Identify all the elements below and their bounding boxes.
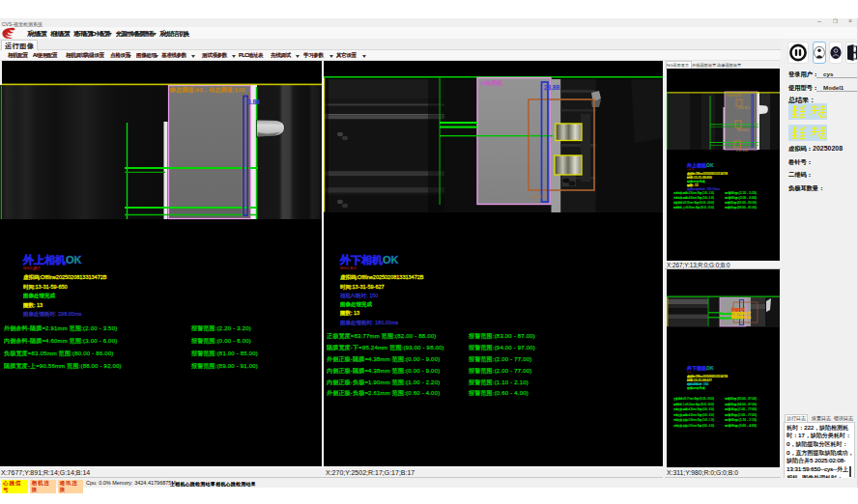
- svg-text:NG光源: NG光源: [687, 167, 694, 171]
- svg-text:图像处理完成: 图像处理完成: [687, 386, 705, 390]
- svg-text:报警范围:(1.10 - 2.10): 报警范围:(1.10 - 2.10): [468, 378, 529, 386]
- svg-text:隔膜宽度-上=90.56mm 范围:(88.00 - 92.: 隔膜宽度-上=90.56mm 范围:(88.00 - 92.00): [4, 362, 122, 370]
- svg-text:报警范围:(1.10 - 2.10): 报警范围:(1.10 - 2.10): [725, 418, 757, 422]
- svg-text:外侧余料-隔膜=2.91mm 范围:(2.00 - 3.50: 外侧余料-隔膜=2.91mm 范围:(2.00 - 3.50): [4, 324, 117, 332]
- svg-text:3.88: 3.88: [247, 98, 260, 105]
- svg-text:图像处理完成: 图像处理完成: [340, 301, 373, 308]
- svg-text:负极宽度=83.05mm 范围:(80.00 - 86.00: 负极宽度=83.05mm 范围:(80.00 - 86.00): [4, 350, 113, 357]
- svg-text:外侧余料-隔膜=2.91mm 范围:(2.00 - 3.50: 外侧余料-隔膜=2.91mm 范围:(2.00 - 3.50): [673, 191, 714, 195]
- svg-text:相机AI耗时: 150: 相机AI耗时: 150: [340, 293, 378, 299]
- svg-text:外侧正极-负极=2.61mm 范围:(0.60 - 4.00: 外侧正极-负极=2.61mm 范围:(0.60 - 4.00): [673, 424, 714, 428]
- svg-text:报警范围:(2.00 - 77.00): 报警范围:(2.00 - 77.00): [468, 355, 532, 363]
- svg-text:图像处理完成: 图像处理完成: [23, 293, 56, 299]
- svg-text:虚拟码:Offline2025020813313472B: 虚拟码:Offline2025020813313472B: [23, 274, 107, 281]
- svg-text:报警范围:(94.00 - 97.00): 报警范围:(94.00 - 97.00): [468, 344, 535, 351]
- svg-text:图像处理耗时: 298.00ms: 图像处理耗时: 298.00ms: [23, 311, 81, 318]
- svg-text:23.4 88.2: 23.4 88.2: [738, 106, 751, 110]
- svg-text:报警范围:(89.00 - 91.00): 报警范围:(89.00 - 91.00): [725, 206, 757, 210]
- svg-text:时间:13-31-59-650: 时间:13-31-59-650: [23, 284, 68, 291]
- svg-text:报警范围:(2.00 - 77.00): 报警范围:(2.00 - 77.00): [468, 367, 532, 375]
- svg-text:隔膜宽度-下=95.24mm 范围:(93.00 - 98.: 隔膜宽度-下=95.24mm 范围:(93.00 - 98.00): [673, 403, 714, 406]
- svg-text:圈数: 13: 圈数: 13: [340, 310, 359, 316]
- svg-text:83.05 90.5: 83.05 90.5: [737, 128, 750, 132]
- svg-text:报警范围:(0.60 - 4.00): 报警范围:(0.60 - 4.00): [725, 424, 757, 428]
- svg-text:报警范围:(2.20 - 3.20): 报警范围:(2.20 - 3.20): [190, 324, 251, 332]
- svg-text:内侧正极-隔膜=4.38mm 范围:(0.00 - 9.00: 内侧正极-隔膜=4.38mm 范围:(0.00 - 9.00): [673, 413, 714, 417]
- svg-text:3.48 2.61: 3.48 2.61: [530, 194, 548, 199]
- svg-text:NG:0: NG:0: [687, 371, 693, 373]
- svg-text:图像处理耗时: 180.00ms: 图像处理耗时: 180.00ms: [340, 320, 398, 326]
- svg-text:报警范围:(83.00 - 87.00): 报警范围:(83.00 - 87.00): [468, 332, 535, 340]
- svg-text:隔膜宽度-上=90.56mm 范围:(88.00 - 92.: 隔膜宽度-上=90.56mm 范围:(88.00 - 92.00): [673, 206, 714, 210]
- svg-text:外上相机OK: 外上相机OK: [22, 254, 82, 266]
- svg-text:内侧余料-隔膜=4.60mm 范围:(3.00 - 6.00: 内侧余料-隔膜=4.60mm 范围:(3.00 - 6.00): [673, 196, 714, 200]
- svg-text:内侧正极-负极=1.90mm 范围:(1.00 - 2.20: 内侧正极-负极=1.90mm 范围:(1.00 - 2.20): [327, 379, 440, 386]
- svg-text:静态阈值:93: 静态阈值:93: [727, 94, 742, 98]
- svg-text:报警范围:(81.00 - 85.00): 报警范围:(81.00 - 85.00): [725, 201, 757, 205]
- svg-text:外侧正极-隔膜=4.38mm 范围:(0.00 - 9.00: 外侧正极-隔膜=4.38mm 范围:(0.00 - 9.00): [327, 355, 440, 363]
- svg-text:外侧正极-负极=2.61mm 范围:(0.60 - 4.00: 外侧正极-负极=2.61mm 范围:(0.60 - 4.00): [327, 389, 440, 397]
- svg-text:报警范围:(89.00 - 91.00): 报警范围:(89.00 - 91.00): [190, 362, 258, 370]
- svg-text:外侧正极-隔膜=4.38mm 范围:(0.00 - 9.00: 外侧正极-隔膜=4.38mm 范围:(0.00 - 9.00): [673, 407, 714, 411]
- svg-text:23.88: 23.88: [544, 84, 560, 91]
- svg-text:报警范围:(0.00 - 8.00): 报警范围:(0.00 - 8.00): [190, 337, 251, 345]
- svg-text:NG:0,B:0: NG:0,B:0: [340, 266, 357, 270]
- svg-text:内侧正极-隔膜=4.38mm 范围:(0.00 - 9.00: 内侧正极-隔膜=4.38mm 范围:(0.00 - 9.00): [327, 367, 440, 375]
- svg-text:正极宽度=83.77mm 范围:(82.00 - 88.00: 正极宽度=83.77mm 范围:(82.00 - 88.00): [673, 397, 714, 401]
- svg-text:负极宽度=83.05mm 范围:(80.00 - 86.00: 负极宽度=83.05mm 范围:(80.00 - 86.00): [673, 201, 714, 205]
- svg-text:报警范围:(2.00 - 77.00): 报警范围:(2.00 - 77.00): [725, 407, 757, 411]
- svg-text:虚拟码:Offline2025020813313472B: 虚拟码:Offline2025020813313472B: [340, 274, 424, 281]
- svg-text:报警范围:(2.00 - 77.00): 报警范围:(2.00 - 77.00): [725, 413, 757, 417]
- svg-text:AI检测框: AI检测框: [480, 79, 502, 87]
- svg-text:内侧余料-隔膜=4.60mm 范围:(3.00 - 6.00: 内侧余料-隔膜=4.60mm 范围:(3.00 - 6.00): [4, 337, 117, 345]
- svg-text:NG光源(T: NG光源(T: [23, 266, 41, 270]
- svg-text:时间:13-31-59-627: 时间:13-31-59-627: [340, 284, 385, 291]
- svg-text:报警范围:(0.60 - 4.00): 报警范围:(0.60 - 4.00): [468, 389, 529, 397]
- svg-text:隔膜宽度-下=95.24mm 范围:(93.00 - 98.: 隔膜宽度-下=95.24mm 范围:(93.00 - 98.00): [327, 344, 444, 351]
- svg-text:报警范围:(2.20 - 3.20): 报警范围:(2.20 - 3.20): [725, 191, 757, 195]
- svg-text:报警范围:(0.00 - 8.00): 报警范围:(0.00 - 8.00): [725, 196, 757, 200]
- svg-text:内侧正极-负极=1.90mm 范围:(1.00 - 2.20: 内侧正极-负极=1.90mm 范围:(1.00 - 2.20): [673, 418, 714, 422]
- svg-text:报警范围:(81.00 - 85.00): 报警范围:(81.00 - 85.00): [190, 350, 258, 357]
- svg-text:报警范围:(83.00 - 87.00): 报警范围:(83.00 - 87.00): [725, 397, 757, 401]
- svg-text:正极宽度=83.77mm 范围:(82.00 - 88.00: 正极宽度=83.77mm 范围:(82.00 - 88.00): [327, 332, 436, 340]
- svg-text:外下相机OK: 外下相机OK: [339, 254, 399, 266]
- svg-text:静态阈值:93，动态阈值:100: 静态阈值:93，动态阈值:100: [170, 87, 245, 94]
- svg-text:圈数: 13: 圈数: 13: [23, 302, 43, 308]
- svg-text:报警范围:(94.00 - 97.00): 报警范围:(94.00 - 97.00): [725, 403, 757, 406]
- svg-text:隔膜宽度95.24: 隔膜宽度95.24: [731, 315, 752, 320]
- svg-text:2.91 3.48: 2.91 3.48: [736, 149, 749, 153]
